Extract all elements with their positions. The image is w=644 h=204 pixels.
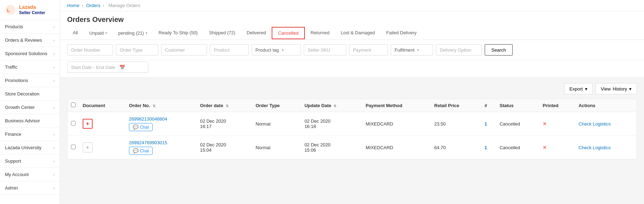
fulfilment-label: Fulfilment xyxy=(395,47,414,53)
tab-unpaid[interactable]: Unpaid ▾ xyxy=(83,27,112,39)
date-sep: - xyxy=(93,65,95,70)
order-type-input[interactable] xyxy=(116,44,158,56)
row1-check-logistics-link[interactable]: Check Logistics xyxy=(579,121,611,127)
order-number-input[interactable] xyxy=(67,44,113,56)
row1-expand-button[interactable]: + xyxy=(83,119,93,129)
row1-chat-button[interactable]: 💬 Check Logistics Chat xyxy=(129,123,153,131)
sidebar-item-growth-center[interactable]: Growth Center › xyxy=(0,101,60,114)
row2-count-cell: 1 xyxy=(481,136,496,159)
logo-lazada: Lazada xyxy=(19,4,45,10)
sidebar-label-sponsored: Sponsored Solutions xyxy=(5,51,47,56)
sidebar-item-sponsored-solutions[interactable]: Sponsored Solutions › xyxy=(0,47,60,60)
sidebar-label-growth-center: Growth Center xyxy=(5,105,35,110)
sidebar-label-store-decoration: Store Decoration xyxy=(5,91,40,97)
row2-order-link[interactable]: 269924769903015 xyxy=(129,140,167,145)
sidebar-item-finance[interactable]: Finance › xyxy=(0,128,60,141)
date-range-picker[interactable]: Start Date - End Date 📅 xyxy=(67,62,148,73)
row2-chat-button[interactable]: 💬 Chat xyxy=(129,147,153,155)
row2-update-date-cell: 02 Dec 2020 15:06 xyxy=(301,136,362,159)
seller-sku-input[interactable] xyxy=(304,44,346,56)
chat-icon: 💬 xyxy=(133,124,138,130)
table-row: + 269982130048804 💬 Check Logistics Chat… xyxy=(67,112,637,136)
orders-table: Document Order No. ⇅ Order date ⇅ Order … xyxy=(67,99,637,159)
printed-x-icon: ✕ xyxy=(543,145,547,150)
tab-cancelled[interactable]: Cancelled xyxy=(272,27,305,39)
chevron-down-icon: ▾ xyxy=(282,48,284,52)
row2-order-no-cell: 269924769903015 💬 Chat xyxy=(125,136,196,159)
tab-ready-to-ship[interactable]: Ready To Ship (50) xyxy=(153,27,203,40)
export-button[interactable]: Export ▾ xyxy=(564,83,593,94)
content-area: Export ▾ View History ▾ Document Order N… xyxy=(60,77,644,204)
row1-actions-cell: Check Logistics xyxy=(575,112,637,136)
chevron-right-icon: › xyxy=(53,105,55,110)
breadcrumb-home[interactable]: Home xyxy=(67,3,79,8)
tab-lost-damaged[interactable]: Lost & Damaged xyxy=(335,27,380,40)
chevron-right-icon: › xyxy=(53,132,55,136)
table-row: + 269924769903015 💬 Chat 02 Dec 2020 15:… xyxy=(67,136,637,159)
row1-retail-price-cell: 23.50 xyxy=(431,112,481,136)
lazada-logo-icon: L xyxy=(5,4,16,16)
search-button[interactable]: Search xyxy=(485,44,513,56)
date-filter-row: Start Date - End Date 📅 xyxy=(60,60,644,77)
row2-order-type-cell: Normal xyxy=(252,136,301,159)
fulfilment-select[interactable]: Fulfilment ▾ xyxy=(391,44,433,56)
breadcrumb: Home › Orders › Manage Orders xyxy=(60,0,644,11)
product-input[interactable] xyxy=(210,44,249,56)
calendar-icon: 📅 xyxy=(119,65,125,70)
select-all-checkbox[interactable] xyxy=(71,103,76,107)
sidebar-item-products[interactable]: Products › xyxy=(0,20,60,34)
end-date-label: End Date xyxy=(96,65,115,70)
sidebar-item-admin[interactable]: Admin › xyxy=(0,181,60,195)
row1-status-cell: Cancelled xyxy=(496,112,539,136)
sidebar: L Lazada Seller Center Products › Orders… xyxy=(0,0,60,204)
tab-shipped[interactable]: Shipped (72) xyxy=(203,27,241,40)
sidebar-label-support: Support xyxy=(5,158,21,164)
breadcrumb-orders[interactable]: Orders xyxy=(86,3,100,8)
row1-update-date-cell: 02 Dec 2020 16:18 xyxy=(301,112,362,136)
row1-checkbox[interactable] xyxy=(71,121,76,126)
row1-payment-method-cell: MIXEDCARD xyxy=(362,112,431,136)
tab-pending[interactable]: pending (21) ▾ xyxy=(113,27,153,39)
breadcrumb-sep2: › xyxy=(103,3,106,8)
row-checkbox-cell xyxy=(67,112,79,136)
customer-input[interactable] xyxy=(161,44,207,56)
tab-all[interactable]: All xyxy=(67,27,83,40)
payment-input[interactable] xyxy=(349,44,388,56)
row2-checkbox[interactable] xyxy=(71,145,76,149)
view-history-button[interactable]: View History ▾ xyxy=(596,83,637,94)
row1-order-type-cell: Normal xyxy=(252,112,301,136)
tab-failed-delivery[interactable]: Failed Delivery xyxy=(380,27,422,40)
row2-status-cell: Cancelled xyxy=(496,136,539,159)
row2-document-cell: + xyxy=(79,136,125,159)
sidebar-item-my-account[interactable]: My Account › xyxy=(0,168,60,181)
sidebar-label-lazada-university: Lazada University xyxy=(5,145,41,150)
sidebar-item-lazada-university[interactable]: Lazada University › xyxy=(0,141,60,155)
sidebar-item-traffic[interactable]: Traffic › xyxy=(0,60,60,74)
logo-seller-center: Seller Center xyxy=(19,10,45,15)
row1-printed-cell: ✕ xyxy=(539,112,575,136)
col-order-date: Order date ⇅ xyxy=(196,99,252,112)
row1-order-link[interactable]: 269982130048804 xyxy=(129,116,167,122)
chevron-right-icon: › xyxy=(53,38,55,42)
row2-expand-button[interactable]: + xyxy=(83,142,93,152)
row2-retail-price-cell: 64.70 xyxy=(431,136,481,159)
row2-check-logistics-link[interactable]: Check Logistics xyxy=(579,145,611,150)
sidebar-item-promotions[interactable]: Promotions › xyxy=(0,74,60,87)
sidebar-label-promotions: Promotions xyxy=(5,78,28,83)
tab-returned[interactable]: Returned xyxy=(305,27,335,40)
chevron-down-icon: ▾ xyxy=(146,31,147,35)
delivery-option-input[interactable] xyxy=(436,44,482,56)
product-tag-select[interactable]: Product tag ▾ xyxy=(252,44,301,56)
page-title: Orders Overview xyxy=(60,11,644,27)
tab-delivered[interactable]: Delivered xyxy=(241,27,272,40)
col-payment-method: Payment Method xyxy=(362,99,431,112)
sidebar-label-finance: Finance xyxy=(5,132,21,137)
sidebar-item-business-advisor[interactable]: Business Advisor xyxy=(0,114,60,128)
chevron-right-icon: › xyxy=(53,65,55,69)
sidebar-item-support[interactable]: Support › xyxy=(0,155,60,168)
row2-payment-method-cell: MIXEDCARD xyxy=(362,136,431,159)
product-tag-label: Product tag xyxy=(255,47,279,53)
tab-bar: All Unpaid ▾ pending (21) ▾ Ready To Shi… xyxy=(60,27,644,40)
sidebar-item-store-decoration[interactable]: Store Decoration xyxy=(0,87,60,101)
sidebar-item-orders-reviews[interactable]: Orders & Reviews › xyxy=(0,34,60,47)
